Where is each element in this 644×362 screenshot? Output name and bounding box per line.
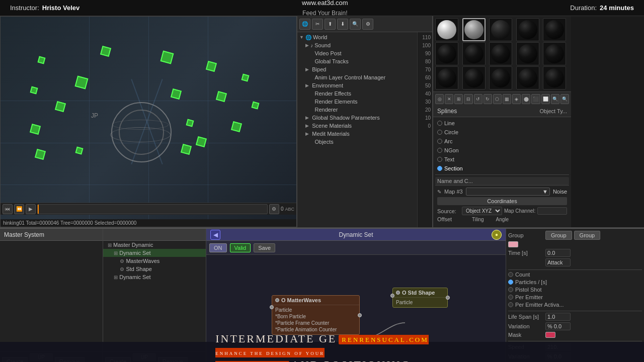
scene-tree-item[interactable]: Global Tracks xyxy=(297,57,417,65)
mat-btn-7[interactable]: ⬡ xyxy=(493,94,502,104)
obj-type-label: Circle xyxy=(444,129,458,135)
scene-tree-item[interactable]: ▶Environment xyxy=(297,81,417,89)
scene-tree[interactable]: ▼🌐World ▶♪Sound Video Post Global Tracks… xyxy=(297,32,417,227)
mat-cell-black5[interactable] xyxy=(462,42,486,65)
scene-tree-item[interactable]: Renderer xyxy=(297,106,417,114)
scene-tree-item[interactable]: ▶Biped xyxy=(297,65,417,73)
mat-btn-5[interactable]: ↺ xyxy=(474,94,482,104)
mat-cell-black10[interactable] xyxy=(462,66,486,89)
mat-btn-3[interactable]: ⊞ xyxy=(454,94,463,104)
master-tree[interactable] xyxy=(0,241,103,351)
scene-tree-item[interactable]: ▶Scene Materials xyxy=(297,122,417,130)
scene-tree-item[interactable]: Render Elements xyxy=(297,98,417,106)
std-shape-output[interactable] xyxy=(446,296,450,300)
emitter-active-radio[interactable] xyxy=(508,302,513,307)
scene-tree-item[interactable]: ▶Global Shadow Parameters xyxy=(297,114,417,122)
group-btn-2[interactable]: Group xyxy=(574,231,601,240)
mat-cell-black1[interactable] xyxy=(489,18,512,41)
mat-cell-black3[interactable] xyxy=(543,18,566,41)
main-area: JP hinking01 Total=0000046 Tree=0000000 … xyxy=(0,16,644,362)
cube xyxy=(55,101,66,112)
scene-tree-item[interactable]: ▶♪Sound xyxy=(297,41,417,49)
mat-cell-black11[interactable] xyxy=(489,66,512,89)
scene-tree-item[interactable]: ▼🌐World xyxy=(297,33,417,41)
source-select[interactable]: Object XYZ xyxy=(462,207,502,215)
obj-type-item[interactable]: NGon xyxy=(435,146,569,154)
mat-btn-1[interactable]: ◎ xyxy=(435,94,444,104)
matter-waves-node[interactable]: O MatterWaves Particle *Born Particle *P… xyxy=(272,295,360,335)
mat-btn-2[interactable]: ✕ xyxy=(445,94,453,104)
viewport[interactable]: JP hinking01 Total=0000046 Tree=0000000 … xyxy=(0,16,297,227)
master-tree-item[interactable]: ⊞Master Dynamic xyxy=(103,241,206,249)
particles-radio[interactable] xyxy=(508,280,513,285)
std-shape-input[interactable] xyxy=(390,294,394,298)
timeline-play[interactable]: ▶ xyxy=(26,204,36,214)
mat-cell-black6[interactable] xyxy=(489,42,512,65)
scene-tree-item[interactable]: Video Post xyxy=(297,49,417,57)
mat-btn-10[interactable]: ⬤ xyxy=(522,94,530,104)
valid-btn[interactable]: Valid xyxy=(230,243,251,252)
mat-btn-9[interactable]: ◈ xyxy=(512,94,521,104)
master-tree-item[interactable]: ⚙MasterWaves xyxy=(103,257,206,265)
mat-btn-8[interactable]: ▦ xyxy=(503,94,511,104)
mat-cell-black2[interactable] xyxy=(516,18,539,41)
mat-btn-6[interactable]: ↻ xyxy=(484,94,492,104)
timeline-settings[interactable]: ⚙ xyxy=(269,204,279,214)
toolbar-btn-2[interactable]: ✂ xyxy=(312,19,323,30)
scene-tree-item[interactable]: Render Effects xyxy=(297,89,417,98)
mat-cell-black9[interactable] xyxy=(435,66,458,89)
timeline-btn-2[interactable]: ⏪ xyxy=(14,204,24,214)
mat-btn-4[interactable]: ⊟ xyxy=(464,94,472,104)
mat-cell-black13[interactable] xyxy=(543,66,566,89)
obj-type-item[interactable]: Line xyxy=(435,119,569,127)
left-nav-arrow[interactable]: ◀ xyxy=(210,230,220,240)
scene-tree-item[interactable]: ▶Medit Materials xyxy=(297,130,417,138)
mat-cell-white[interactable] xyxy=(435,18,458,41)
mat-cell-black4[interactable] xyxy=(435,42,458,65)
duration-value: 24 minutes xyxy=(600,4,634,12)
matter-waves-output[interactable] xyxy=(358,313,362,317)
mat-cell-black12[interactable] xyxy=(516,66,539,89)
count-radio[interactable] xyxy=(508,272,513,277)
timeline-btn-1[interactable]: ⏮ xyxy=(3,204,13,214)
obj-type-item[interactable]: Arc xyxy=(435,137,569,145)
color-swatch[interactable] xyxy=(508,241,518,247)
pistol-radio[interactable] xyxy=(508,287,513,292)
scene-tree-item[interactable]: Anim Layer Control Manager xyxy=(297,73,417,81)
mat-btn-11[interactable]: ⬛ xyxy=(531,94,540,104)
mat-search-btn[interactable]: 🔍 xyxy=(560,94,569,104)
master-tree-item[interactable]: ⊞Dynamic Set xyxy=(103,273,206,281)
map-number-label: Map #3 xyxy=(444,189,463,195)
mat-cell-black8[interactable] xyxy=(543,42,566,65)
mat-btn-12[interactable]: ⬜ xyxy=(541,94,550,104)
toolbar-world-btn[interactable]: 🌐 xyxy=(299,19,310,30)
master-tree-2[interactable]: ⊞Master Dynamic ⊞Dynamic Set ⚙MasterWave… xyxy=(103,241,206,351)
mat-btn-13[interactable]: 🔍 xyxy=(551,94,559,104)
right-nav-dot[interactable]: ● xyxy=(492,230,502,240)
toolbar-btn-5[interactable]: 🔍 xyxy=(350,19,361,30)
obj-type-item[interactable]: Text xyxy=(435,155,569,163)
map-dropdown[interactable]: ▼ xyxy=(466,188,550,196)
matter-waves-input[interactable] xyxy=(270,305,274,309)
master-tree-item[interactable]: ⚙Std Shape xyxy=(103,265,206,273)
timeline-track[interactable] xyxy=(37,204,268,214)
scene-tree-item[interactable]: Objects xyxy=(297,138,417,146)
std-shape-node[interactable]: O Std Shape Particle xyxy=(392,288,448,308)
obj-type-item[interactable]: Circle xyxy=(435,128,569,136)
mat-cell-gray[interactable] xyxy=(462,18,486,41)
cube xyxy=(75,147,84,155)
map-pin-icon: ✎ xyxy=(437,189,441,195)
time-row: Time [s] 0.0 xyxy=(508,249,642,257)
group-btn-1[interactable]: Group xyxy=(545,231,572,240)
obj-type-item[interactable]: Section xyxy=(435,164,569,172)
toolbar-btn-3[interactable]: ⬆ xyxy=(325,19,336,30)
save-btn[interactable]: Save xyxy=(254,243,275,252)
master-tree-item[interactable]: ⊞Dynamic Set xyxy=(103,249,206,257)
on-btn[interactable]: ON xyxy=(209,243,227,252)
mask-swatch[interactable] xyxy=(545,332,555,338)
toolbar-btn-4[interactable]: ⬇ xyxy=(337,19,348,30)
mat-cell-black7[interactable] xyxy=(516,42,539,65)
map-channel-input[interactable] xyxy=(537,207,567,215)
toolbar-btn-6[interactable]: ⚙ xyxy=(362,19,373,30)
emitter-radio[interactable] xyxy=(508,295,513,300)
